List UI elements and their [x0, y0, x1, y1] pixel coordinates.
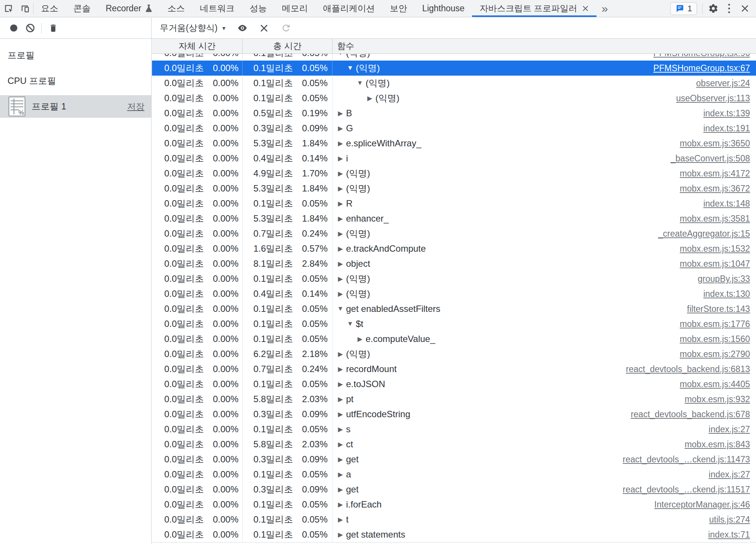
source-link[interactable]: mobx.esm.js:1532 [680, 244, 750, 254]
profile-row[interactable]: 0.0밀리초0.00%0.1밀리초0.05%▶aindex.js:27 [152, 467, 756, 482]
disclosure-triangle-icon[interactable]: ▶ [335, 260, 345, 268]
source-link[interactable]: index.ts:130 [703, 289, 750, 299]
disclosure-triangle-icon[interactable]: ▶ [365, 94, 375, 102]
disclosure-triangle-icon[interactable]: ▶ [335, 185, 345, 193]
profile-row[interactable]: 0.0밀리초0.00%0.3밀리초0.09%▶Gindex.ts:191 [152, 121, 756, 136]
disclosure-triangle-icon[interactable]: ▶ [335, 395, 345, 403]
disclosure-triangle-icon[interactable]: ▶ [335, 230, 345, 238]
profile-row[interactable]: 0.0밀리초0.00%5.3밀리초1.84%▶(익명)mobx.esm.js:3… [152, 181, 756, 196]
disclosure-triangle-icon[interactable]: ▼ [355, 79, 365, 87]
profile-row[interactable]: 0.0밀리초0.00%5.3밀리초1.84%▶e.spliceWithArray… [152, 136, 756, 151]
tab-recorder[interactable]: Recorder [98, 0, 160, 17]
source-link[interactable]: react_devtools_…ckend.js:11473 [623, 454, 750, 465]
source-link[interactable]: index.ts:139 [703, 108, 750, 119]
inspect-element-button[interactable] [0, 0, 17, 17]
source-link[interactable]: useObserver.js:113 [676, 93, 750, 103]
profile-row[interactable]: 0.0밀리초0.00%0.7밀리초0.24%▶recordMountreact_… [152, 362, 756, 377]
tab-console[interactable]: 콘솔 [66, 0, 98, 17]
source-link[interactable]: observer.js:24 [696, 78, 750, 88]
profile-row[interactable]: 0.0밀리초0.00%0.1밀리초0.05%▶tutils.js:274 [152, 512, 756, 527]
profile-row[interactable]: 0.0밀리초0.00%0.1밀리초0.05%▶(익명)useObserver.j… [152, 91, 756, 106]
profile-row[interactable]: 0.0밀리초0.00%0.1밀리초0.05%▼$tmobx.esm.js:177… [152, 316, 756, 331]
profile-row[interactable]: 0.0밀리초0.00%1.6밀리초0.57%▶e.trackAndCompute… [152, 241, 756, 256]
source-link[interactable]: mobx.esm.js:3650 [680, 138, 750, 149]
disclosure-triangle-icon[interactable]: ▶ [335, 380, 345, 388]
profile-row[interactable]: 0.0밀리초0.00%0.1밀리초0.05%▼get enabledAssetF… [152, 301, 756, 316]
disclosure-triangle-icon[interactable]: ▶ [335, 365, 345, 373]
profile-row[interactable]: 0.0밀리초0.00%0.1밀리초0.05%▶get statementsind… [152, 527, 756, 542]
source-link[interactable]: react_devtools_…ckend.js:11517 [623, 485, 750, 495]
source-link[interactable]: mobx.esm.js:4172 [680, 169, 750, 179]
save-profile-link[interactable]: 저장 [127, 101, 144, 112]
source-link[interactable]: mobx.esm.js:1047 [680, 259, 750, 269]
tab-sources[interactable]: 소스 [160, 0, 193, 17]
source-link[interactable]: _createAggregator.js:15 [658, 229, 750, 239]
source-link[interactable]: index.ts:191 [703, 123, 750, 134]
source-link[interactable]: InterceptorManager.js:46 [654, 500, 750, 510]
tab-application[interactable]: 애플리케이션 [316, 0, 383, 17]
profile-row[interactable]: 0.0밀리초0.00%0.1밀리초0.05%▶Rindex.ts:148 [152, 196, 756, 211]
profile-row[interactable]: 0.0밀리초0.00%0.1밀리초0.05%▶i.forEachIntercep… [152, 497, 756, 512]
tab-lighthouse[interactable]: Lighthouse [415, 0, 472, 17]
disclosure-triangle-icon[interactable]: ▶ [335, 200, 345, 208]
source-link[interactable]: mobx.esm.js:3672 [680, 184, 750, 194]
source-link[interactable]: mobx.esm.js:843 [685, 439, 750, 450]
exclude-selected-function-icon[interactable] [256, 20, 272, 36]
profile-row[interactable]: 0.0밀리초0.00%0.1밀리초0.05%▼(익명)PFMSHomeGroup… [152, 61, 756, 76]
source-link[interactable]: index.ts:148 [703, 199, 750, 209]
profile-row[interactable]: 0.0밀리초0.00%0.5밀리초0.19%▶Bindex.ts:139 [152, 106, 756, 121]
source-link[interactable]: mobx.esm.js:2790 [680, 349, 750, 359]
disclosure-triangle-icon[interactable]: ▶ [335, 425, 345, 433]
disclosure-triangle-icon[interactable]: ▼ [345, 320, 355, 328]
profile-row[interactable]: 0.0밀리초0.00%5.8밀리초2.03%▶ptmobx.esm.js:932 [152, 392, 756, 407]
source-link[interactable]: utils.js:274 [709, 515, 750, 525]
disclosure-triangle-icon[interactable]: ▶ [335, 456, 345, 463]
profile-row[interactable]: 0.0밀리초0.00%5.8밀리초2.03%▶ctmobx.esm.js:843 [152, 437, 756, 452]
source-link[interactable]: mobx.esm.js:1560 [680, 334, 750, 344]
close-devtools-icon[interactable] [736, 0, 753, 17]
disclosure-triangle-icon[interactable]: ▼ [335, 54, 345, 57]
profile-row[interactable]: 0.0밀리초0.00%0.3밀리초0.09%▶getreact_devtools… [152, 452, 756, 467]
profile-row[interactable]: 0.0밀리초0.00%8.1밀리초2.84%▶objectmobx.esm.js… [152, 256, 756, 271]
column-header-total-time[interactable]: 총 시간 [243, 39, 332, 53]
source-link[interactable]: react_devtools_backend.js:678 [631, 409, 750, 419]
source-link[interactable]: mobx.esm.js:3581 [680, 214, 750, 224]
source-link[interactable]: filterStore.ts:143 [687, 304, 750, 314]
disclosure-triangle-icon[interactable]: ▶ [335, 215, 345, 223]
delete-profile-trash-icon[interactable] [45, 20, 61, 36]
clear-all-profiles-icon[interactable] [22, 20, 38, 36]
more-tabs-button[interactable]: » [597, 2, 613, 15]
disclosure-triangle-icon[interactable]: ▶ [335, 170, 345, 178]
tab-js-profiler[interactable]: 자바스크립트 프로파일러 [472, 0, 596, 17]
disclosure-triangle-icon[interactable]: ▶ [335, 410, 345, 418]
profile-row[interactable]: 0.0밀리초0.00%0.7밀리초0.24%▶(익명)_createAggreg… [152, 226, 756, 241]
profile-row[interactable]: 0.0밀리초0.00%0.1밀리초0.05%▶e.toJSONmobx.esm.… [152, 377, 756, 392]
disclosure-triangle-icon[interactable]: ▶ [335, 516, 345, 524]
tab-network[interactable]: 네트워크 [193, 0, 242, 17]
disclosure-triangle-icon[interactable]: ▶ [335, 350, 345, 358]
profile-row[interactable]: 0.0밀리초0.00%0.1밀리초0.05%▼(익명)observer.js:2… [152, 76, 756, 91]
tab-elements[interactable]: 요소 [33, 0, 66, 17]
source-link[interactable]: mobx.esm.js:1776 [680, 319, 750, 329]
disclosure-triangle-icon[interactable]: ▼ [335, 305, 345, 313]
profile-row[interactable]: 0.0밀리초0.00%6.2밀리초2.18%▶(익명)mobx.esm.js:2… [152, 346, 756, 362]
kebab-menu-icon[interactable] [721, 0, 736, 17]
source-link[interactable]: index.js:27 [709, 470, 750, 480]
disclosure-triangle-icon[interactable]: ▶ [335, 501, 345, 509]
profile-row[interactable]: 0.0밀리초0.00%0.4밀리초0.14%▶(익명)index.ts:130 [152, 286, 756, 301]
tab-performance[interactable]: 성능 [242, 0, 275, 17]
disclosure-triangle-icon[interactable]: ▶ [355, 335, 365, 343]
device-toolbar-button[interactable] [17, 0, 33, 17]
source-link[interactable]: mobx.esm.js:4405 [680, 379, 750, 389]
disclosure-triangle-icon[interactable]: ▶ [335, 155, 345, 163]
disclosure-triangle-icon[interactable]: ▶ [335, 140, 345, 147]
disclosure-triangle-icon[interactable]: ▶ [335, 441, 345, 448]
tab-memory[interactable]: 메모리 [275, 0, 316, 17]
column-header-self-time[interactable]: 자체 시간 [152, 39, 243, 53]
profile-row[interactable]: 0.0밀리초0.00%0.1밀리초0.05%▼(익명)PFMSHomeGroup… [152, 54, 756, 61]
profile-row[interactable]: 0.0밀리초0.00%5.3밀리초1.84%▶enhancer_mobx.esm… [152, 211, 756, 226]
tab-close-icon[interactable] [582, 5, 589, 12]
source-link[interactable]: PFMSHomeGroup.tsx:96 [653, 54, 750, 58]
profile-row[interactable]: 0.0밀리초0.00%0.3밀리초0.09%▶getreact_devtools… [152, 482, 756, 497]
disclosure-triangle-icon[interactable]: ▶ [335, 125, 345, 132]
